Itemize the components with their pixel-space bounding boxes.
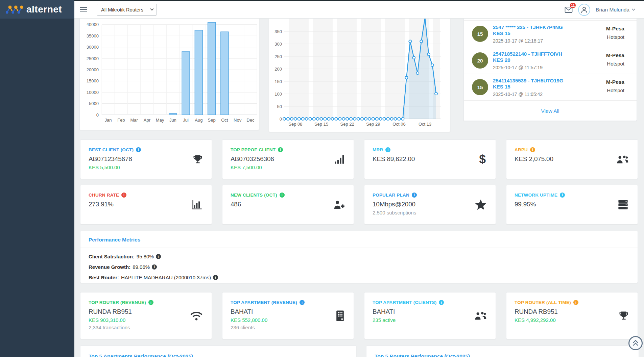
transaction-link[interactable]: 254114135539 - TJH5U7O19GKES 15 <box>493 78 563 90</box>
info-icon[interactable]: i <box>213 275 218 280</box>
user-menu[interactable]: Brian Mulunda <box>596 7 635 13</box>
stat-title: TOP ROUTER (REVENUE) <box>89 300 146 305</box>
top-navbar: All Mikrotik Routers 11 Brian Mulund <box>74 1 644 19</box>
info-icon[interactable]: i <box>385 147 390 152</box>
daily-line-chart: 050100150200250300350Sep 08Sep 15Sep 22S… <box>269 19 451 132</box>
svg-text:Oct 06: Oct 06 <box>392 122 405 127</box>
notifications-button[interactable]: 11 <box>565 5 573 15</box>
users-icon <box>617 154 629 164</box>
info-icon[interactable]: i <box>121 193 126 198</box>
stat-value: 273.91% <box>89 201 204 208</box>
svg-text:25000: 25000 <box>87 56 99 61</box>
metric-value: 89.06% <box>133 264 150 270</box>
stat-card-new-clients-oct: NEW CLIENTS (OCT)i486 <box>222 185 354 224</box>
transaction-timestamp: 2025-10-17 @ 11:57:19 <box>493 65 562 70</box>
stat-title: CHURN RATE <box>89 193 119 198</box>
stat-card-arpu: ARPUiKES 2,075.00 <box>506 139 638 179</box>
router-filter-select[interactable]: All Mikrotik Routers <box>97 4 157 16</box>
transaction-ref: 254114135539 - TJH5U7O19G <box>493 78 563 84</box>
stat-value: 99.95% <box>515 201 629 208</box>
stat-row-1: BEST CLIENT (OCT)iAB0712345678KES 5,500.… <box>80 139 638 179</box>
transaction-meta: M-PesaHotspot <box>606 26 624 40</box>
logo-text: alternet <box>26 4 62 15</box>
amount-badge: 15 <box>472 79 488 95</box>
stat-subvalue-gray: 2,334 transactions <box>89 325 204 330</box>
svg-text:Oct: Oct <box>221 118 228 123</box>
stat-card-top-router-revenue: TOP ROUTER (REVENUE)iRUNDA RB951KES 903,… <box>80 292 212 339</box>
performance-metrics-card: Performance Metrics Client Satisfaction:… <box>80 231 638 283</box>
card-title: Top 5 Apartments Performance (Oct-2025) <box>80 346 356 357</box>
double-chevron-up-icon <box>631 339 640 347</box>
info-icon[interactable]: i <box>156 254 161 259</box>
svg-text:Nov: Nov <box>234 118 242 123</box>
svg-text:Sep 29: Sep 29 <box>366 122 380 127</box>
svg-text:Jul: Jul <box>183 118 189 123</box>
scroll-to-top-button[interactable] <box>628 336 643 350</box>
performance-metrics-body: Client Satisfaction:95.80%iRevenue Growt… <box>80 248 638 291</box>
transaction-amount: KES 15 <box>493 30 563 36</box>
svg-text:50: 50 <box>277 104 282 109</box>
info-icon[interactable]: i <box>412 193 417 198</box>
transaction-meta: M-PesaHotspot <box>606 52 624 67</box>
stat-card-best-client-oct: BEST CLIENT (OCT)iAB0712345678KES 5,500.… <box>80 139 212 179</box>
transaction-link[interactable]: 254718522140 - TJHFF7OIVHKES 20 <box>493 51 562 63</box>
sidebar <box>0 19 74 357</box>
info-icon[interactable]: i <box>278 147 283 152</box>
metric-row: Revenue Growth:89.06%i <box>89 264 629 270</box>
payment-type: Hotspot <box>606 34 624 40</box>
stat-card-top-router-all-time: TOP ROUTER (ALL TIME)iRUNDA RB951KES 4,9… <box>506 292 638 339</box>
payment-method: M-Pesa <box>606 79 624 85</box>
signal-bars-icon <box>334 155 345 164</box>
dashboard-page: alternet All Mikrotik Routers 11 <box>0 0 644 357</box>
sidebar-toggle-button[interactable] <box>80 6 87 14</box>
info-icon[interactable]: i <box>530 147 535 152</box>
transaction-row: 20254718522140 - TJHFF7OIVHKES 202025-10… <box>464 47 637 74</box>
stat-subvalue-green: KES 552,800.00 <box>231 317 345 323</box>
stat-card-popular-plan: POPULAR PLANi10Mbps@20002,500 subscripti… <box>364 185 496 224</box>
stat-card-top-pppoe-client: TOP PPPOE CLIENTiAB0703256306KES 7,500.0… <box>222 139 354 179</box>
stat-value: KES 2,075.00 <box>515 155 629 163</box>
info-icon[interactable]: i <box>136 147 141 152</box>
daily-revenue-chart-card: 050100150200250300350Sep 08Sep 15Sep 22S… <box>269 19 450 132</box>
notification-badge: 11 <box>570 3 576 8</box>
dollar-icon: $ <box>478 153 487 166</box>
info-icon[interactable]: i <box>560 193 565 198</box>
info-icon[interactable]: i <box>280 193 285 198</box>
transaction-amount: KES 20 <box>493 57 562 63</box>
svg-text:Feb: Feb <box>117 118 125 123</box>
view-all-link[interactable]: View All <box>541 108 559 114</box>
svg-text:250: 250 <box>275 54 282 59</box>
stat-card-top-apartment-clients: TOP APARTMENT (CLIENTS)iBAHATI235 active <box>364 292 496 339</box>
logo[interactable]: alternet <box>0 0 74 19</box>
svg-text:100: 100 <box>275 92 282 97</box>
payment-type: Hotspot <box>606 87 624 93</box>
avatar[interactable] <box>578 4 590 16</box>
bar-chart-icon <box>191 200 203 210</box>
svg-text:350: 350 <box>275 29 282 34</box>
svg-text:150: 150 <box>275 79 282 84</box>
svg-text:200: 200 <box>275 67 282 72</box>
svg-text:Dec: Dec <box>246 118 255 123</box>
stat-title: POPULAR PLAN <box>373 193 409 198</box>
metric-row: Client Satisfaction:95.80%i <box>89 254 629 259</box>
svg-text:5000: 5000 <box>89 101 99 106</box>
svg-text:Mar: Mar <box>130 118 138 123</box>
metric-label: Best Router: <box>89 275 119 280</box>
trophy-icon <box>619 311 629 321</box>
amount-badge: 20 <box>472 52 488 69</box>
transaction-link[interactable]: 2547 ***** 325 - TJHFK7P4NGKES 15 <box>493 24 563 37</box>
info-icon[interactable]: i <box>300 300 305 305</box>
info-icon[interactable]: i <box>439 300 444 305</box>
svg-text:0: 0 <box>96 112 99 118</box>
info-icon[interactable]: i <box>573 300 578 305</box>
info-icon[interactable]: i <box>152 264 157 270</box>
stat-title: TOP APARTMENT (REVENUE) <box>231 300 297 305</box>
stat-row-2: CHURN RATEi273.91%NEW CLIENTS (OCT)i486P… <box>80 185 638 224</box>
info-icon[interactable]: i <box>148 300 153 305</box>
svg-text:Sep 08: Sep 08 <box>288 122 302 127</box>
recent-transactions-card: 152547 ***** 325 - TJHFK7P4NGKES 152025-… <box>463 19 637 121</box>
stat-value: BAHATI <box>231 308 345 315</box>
stat-subvalue-gray: 2,500 subscriptions <box>373 210 487 215</box>
stat-card-network-uptime: NETWORK UPTIMEi99.95% <box>506 185 638 224</box>
svg-text:Sep 22: Sep 22 <box>340 122 354 127</box>
